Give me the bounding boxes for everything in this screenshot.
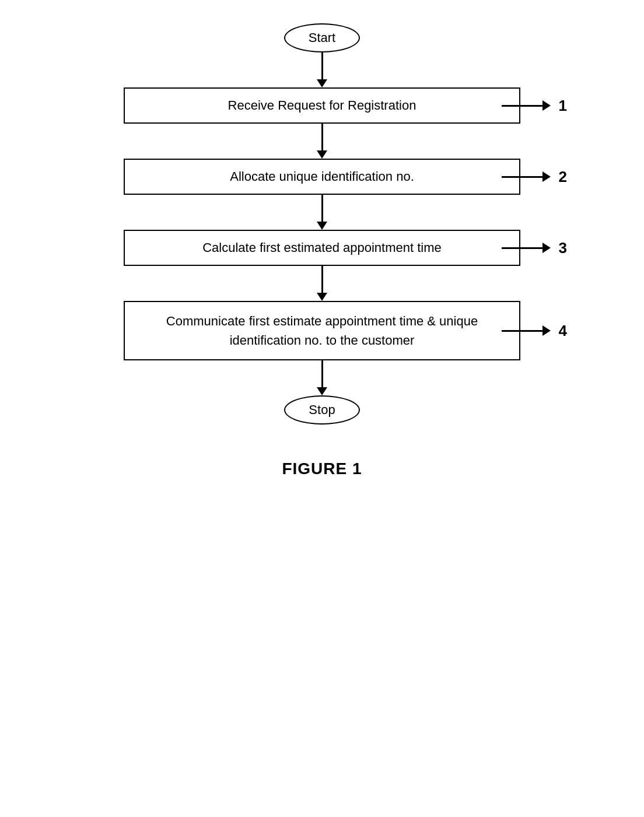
arrow-1-to-2 [317, 124, 327, 159]
step-4-text: Communicate first estimate appointment t… [166, 314, 478, 348]
step-3-side-label: 3 [502, 239, 567, 257]
step-1-side-label: 1 [502, 97, 567, 115]
step-4-number: 4 [559, 322, 567, 340]
start-oval: Start [284, 23, 360, 52]
arrow-start-to-1 [317, 52, 327, 87]
stop-node: Stop [284, 395, 360, 425]
step-2-number: 2 [559, 168, 567, 186]
step-4-side-arrow [502, 325, 551, 336]
arrow-4-to-stop [317, 360, 327, 395]
step-row-4: Communicate first estimate appointment t… [60, 301, 584, 360]
step-row-2: Allocate unique identification no. 2 [60, 159, 584, 195]
step-row-3: Calculate first estimated appointment ti… [60, 230, 584, 266]
step-1-text: Receive Request for Registration [228, 98, 416, 113]
arrow-3-to-4 [317, 266, 327, 301]
figure-caption: FIGURE 1 [282, 460, 362, 478]
arrow-2-to-3 [317, 195, 327, 230]
step-3-side-arrow [502, 243, 551, 253]
step-3-content: Calculate first estimated appointment ti… [124, 230, 520, 266]
step-2-side-label: 2 [502, 168, 567, 186]
step-2-box: Allocate unique identification no. [124, 159, 520, 195]
stop-label: Stop [309, 402, 335, 418]
step-4-side-label: 4 [502, 322, 567, 340]
step-1-content: Receive Request for Registration [124, 87, 520, 124]
step-1-number: 1 [559, 97, 567, 115]
step-1-side-arrow [502, 100, 551, 111]
start-node: Start [284, 23, 360, 87]
step-4-content: Communicate first estimate appointment t… [124, 301, 520, 360]
step-4-box: Communicate first estimate appointment t… [124, 301, 520, 360]
step-row-1: Receive Request for Registration 1 [60, 87, 584, 124]
step-3-box: Calculate first estimated appointment ti… [124, 230, 520, 266]
step-3-text: Calculate first estimated appointment ti… [202, 240, 442, 255]
step-2-text: Allocate unique identification no. [230, 169, 414, 184]
step-2-side-arrow [502, 171, 551, 182]
stop-oval: Stop [284, 395, 360, 425]
step-3-number: 3 [559, 239, 567, 257]
start-label: Start [309, 30, 335, 45]
step-2-content: Allocate unique identification no. [124, 159, 520, 195]
step-1-box: Receive Request for Registration [124, 87, 520, 124]
flowchart: Start Receive Request for Registration 1 [60, 23, 584, 478]
